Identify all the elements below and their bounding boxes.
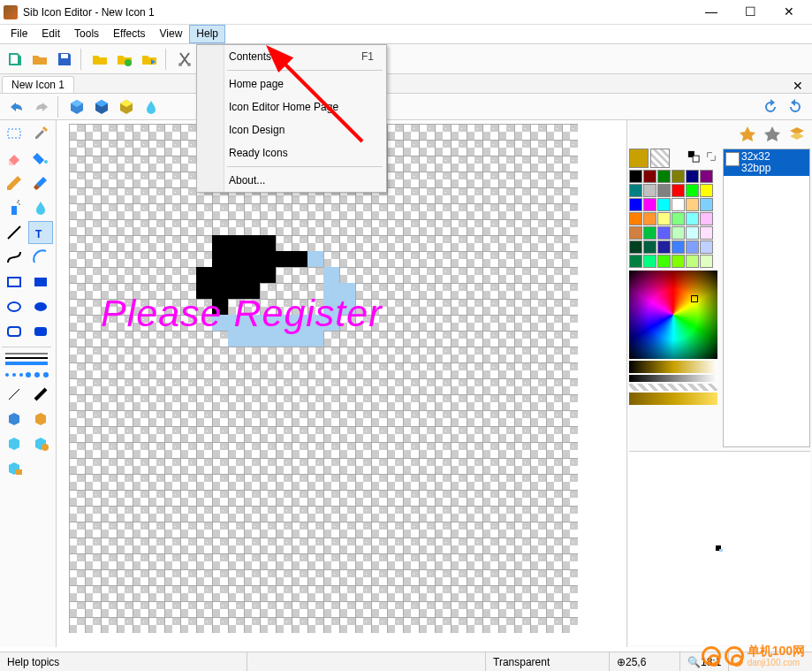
color-wheel[interactable] [629, 271, 717, 359]
swatch[interactable] [629, 170, 642, 183]
help-homepage[interactable]: Home page [197, 72, 386, 95]
swatch[interactable] [629, 198, 642, 211]
close-button[interactable]: ✕ [770, 0, 808, 24]
swatch[interactable] [700, 184, 713, 197]
menu-view[interactable]: View [153, 25, 190, 43]
folder-green-button[interactable] [113, 48, 136, 71]
pattern-row[interactable] [2, 369, 51, 381]
swatch[interactable] [629, 212, 642, 225]
spray-tool[interactable] [2, 196, 27, 219]
rect-tool[interactable] [2, 271, 27, 294]
swatch-grid[interactable] [629, 170, 719, 268]
help-ready-icons[interactable]: Ready Icons [197, 141, 386, 164]
cube1-button[interactable] [65, 95, 88, 118]
save-button[interactable] [53, 48, 76, 71]
roundrect-tool[interactable] [2, 320, 27, 343]
help-icon-design[interactable]: Icon Design [197, 118, 386, 141]
select-rect-tool[interactable] [2, 122, 27, 145]
swatch[interactable] [643, 255, 656, 268]
swatch[interactable] [657, 184, 671, 197]
swatch[interactable] [643, 170, 656, 183]
line-tool[interactable] [2, 221, 27, 244]
swap-colors-button[interactable] [686, 149, 702, 164]
add-format-button[interactable] [736, 122, 759, 145]
droplet-button[interactable] [140, 95, 163, 118]
new-icon-button[interactable] [4, 48, 27, 71]
bucket-tool[interactable] [28, 147, 53, 170]
canvas-area[interactable]: Please Register [57, 120, 626, 647]
cube-cyan-tool[interactable] [2, 432, 27, 455]
swatch[interactable] [629, 240, 642, 254]
maximize-button[interactable]: ☐ [731, 0, 770, 24]
swatch[interactable] [629, 184, 642, 197]
brush-tool[interactable] [28, 172, 53, 194]
help-contents[interactable]: ContentsF1 [197, 45, 386, 68]
swatch[interactable] [700, 170, 713, 183]
swatch[interactable] [672, 255, 685, 268]
cube-lock-tool[interactable] [2, 457, 27, 480]
menu-edit[interactable]: Edit [34, 25, 67, 43]
swatch[interactable] [672, 198, 685, 211]
swatch[interactable] [643, 198, 656, 211]
swatch[interactable] [657, 240, 671, 254]
rotate-right-button[interactable] [784, 95, 807, 118]
open-button[interactable] [28, 48, 51, 71]
black-thin-tool[interactable] [2, 383, 27, 406]
folder-arrow-button[interactable] [138, 48, 161, 71]
swatch[interactable] [657, 170, 671, 183]
cube-gold-tool[interactable] [28, 408, 53, 431]
swatch[interactable] [686, 198, 699, 211]
menu-help[interactable]: Help [189, 25, 225, 43]
swap-arrow-button[interactable] [703, 149, 719, 164]
eraser-tool[interactable] [2, 147, 27, 170]
swatch[interactable] [686, 184, 699, 197]
swatch[interactable] [700, 226, 713, 240]
roundrect-fill-tool[interactable] [28, 320, 53, 343]
help-editor-homepage[interactable]: Icon Editor Home Page [197, 95, 386, 118]
eyedropper-tool[interactable] [28, 122, 53, 145]
swatch[interactable] [643, 240, 656, 254]
folder-yellow-button[interactable] [88, 48, 111, 71]
minimize-button[interactable]: — [692, 0, 731, 24]
pencil-tool[interactable] [2, 172, 27, 194]
rotate-left-button[interactable] [759, 95, 782, 118]
swatch[interactable] [672, 184, 685, 197]
swatch[interactable] [629, 255, 642, 268]
format-item[interactable]: 32x32 32bpp [724, 149, 809, 176]
swatch[interactable] [657, 212, 671, 225]
swatch[interactable] [643, 212, 656, 225]
lightness-slider[interactable] [629, 361, 717, 373]
flood-tool[interactable] [28, 196, 53, 219]
tab-close-button[interactable]: ✕ [787, 79, 808, 93]
cut-button[interactable] [173, 48, 196, 71]
swatch[interactable] [700, 240, 713, 254]
ellipse-fill-tool[interactable] [28, 295, 53, 318]
ellipse-tool[interactable] [2, 295, 27, 318]
delete-format-button[interactable] [761, 122, 784, 145]
swatch[interactable] [643, 184, 656, 197]
redo-button[interactable] [30, 95, 53, 118]
swatch[interactable] [686, 212, 699, 225]
tone-slider[interactable] [629, 393, 717, 405]
swatch[interactable] [672, 226, 685, 240]
swatch[interactable] [672, 212, 685, 225]
format-list[interactable]: 32x32 32bpp [723, 149, 810, 447]
cube-red-tool[interactable] [28, 432, 53, 455]
curve-tool[interactable] [2, 246, 27, 269]
swatch[interactable] [700, 198, 713, 211]
foreground-swatch[interactable] [629, 149, 649, 168]
layers-button[interactable] [785, 122, 808, 145]
cube2-button[interactable] [90, 95, 113, 118]
cube3-button[interactable] [115, 95, 138, 118]
background-swatch[interactable] [650, 149, 670, 168]
swatch[interactable] [700, 255, 713, 268]
swatch[interactable] [686, 240, 699, 254]
swatch[interactable] [657, 198, 671, 211]
pixel-canvas[interactable]: Please Register [69, 124, 578, 633]
value-slider[interactable] [629, 375, 717, 382]
rect-fill-tool[interactable] [28, 271, 53, 294]
swatch[interactable] [643, 226, 656, 240]
swatch[interactable] [672, 170, 685, 183]
menu-effects[interactable]: Effects [106, 25, 152, 43]
swatch[interactable] [686, 226, 699, 240]
